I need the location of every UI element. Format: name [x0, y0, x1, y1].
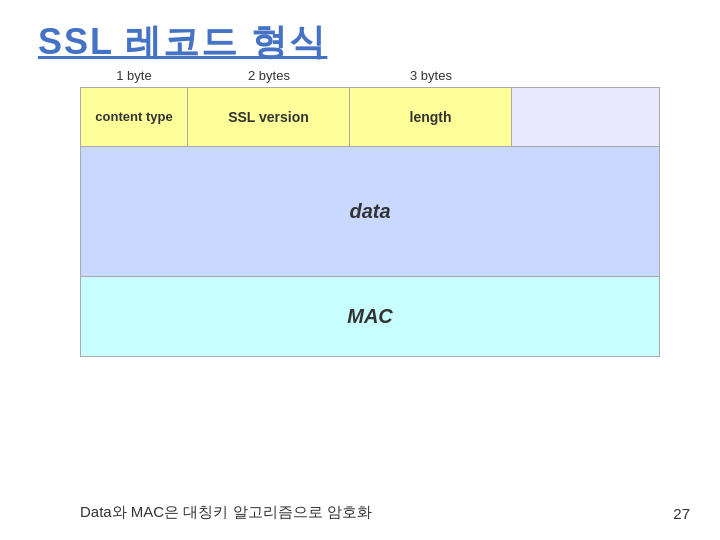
length-cell: length [350, 87, 512, 147]
page-title: SSL 레코드 형식 [38, 18, 327, 67]
byte-label-1: 1 byte [80, 68, 188, 83]
mac-row: MAC [80, 277, 660, 357]
byte-label-3: 3 bytes [350, 68, 512, 83]
ssl-version-cell: SSL version [188, 87, 350, 147]
content-type-cell: content type [80, 87, 188, 147]
byte-labels-row: 1 byte 2 bytes 3 bytes [80, 68, 660, 83]
ssl-record-diagram: 1 byte 2 bytes 3 bytes content type SSL … [80, 68, 660, 357]
bottom-description: Data와 MAC은 대칭키 알고리즘으로 암호화 [80, 503, 372, 522]
empty-header-cell [512, 87, 660, 147]
header-row: content type SSL version length [80, 87, 660, 147]
byte-label-2: 2 bytes [188, 68, 350, 83]
data-row: data [80, 147, 660, 277]
page-number: 27 [673, 505, 690, 522]
